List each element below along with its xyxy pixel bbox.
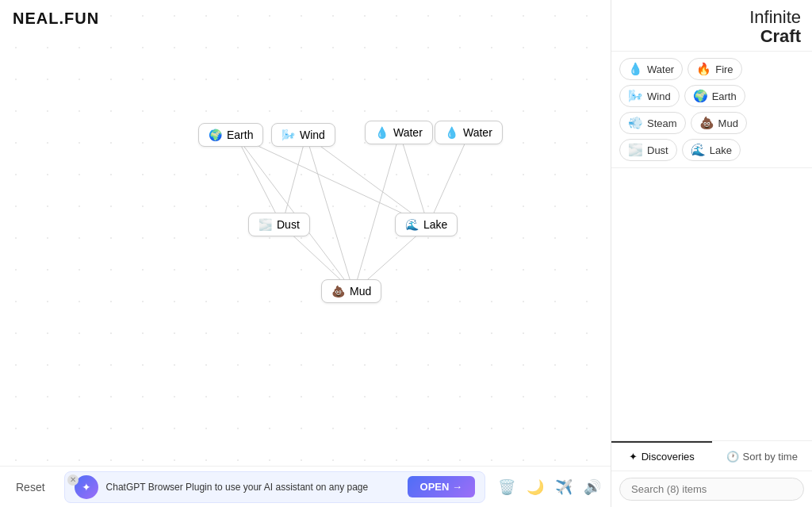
card-label: Dust <box>277 218 300 231</box>
sidebar-chip-fire[interactable]: 🔥Fire <box>688 58 741 80</box>
chip-label: Wind <box>647 90 671 102</box>
canvas-card-water2[interactable]: 💧Water <box>435 121 503 144</box>
card-label: Lake <box>423 218 447 231</box>
sidebar-chip-lake[interactable]: 🌊Lake <box>682 139 741 161</box>
chip-label: Water <box>647 63 674 75</box>
canvas-card-wind[interactable]: 🌬️Wind <box>271 123 335 147</box>
connection-lines <box>0 0 611 507</box>
ad-text: ChatGPT Browser Plugin to use your AI as… <box>106 482 400 493</box>
canvas-card-mud[interactable]: 💩Mud <box>321 279 381 303</box>
sidebar-chip-wind[interactable]: 🌬️Wind <box>619 85 680 107</box>
canvas-card-water1[interactable]: 💧Water <box>365 121 433 144</box>
clock-icon: 🕐 <box>726 451 739 463</box>
volume-icon[interactable]: 🔊 <box>584 478 601 496</box>
svg-line-10 <box>306 136 354 292</box>
sidebar-spacer <box>611 168 812 440</box>
craft-canvas[interactable]: NEAL.FUN 🌍Earth🌬️Wind💧Water💧Water🌫️Dust🌊… <box>0 0 611 507</box>
canvas-card-earth[interactable]: 🌍Earth <box>198 123 263 147</box>
sidebar-chip-mud[interactable]: 💩Mud <box>691 112 747 134</box>
bottom-icons: 🗑️ 🌙 ✈️ 🔊 <box>498 478 601 496</box>
chip-label: Earth <box>712 90 737 102</box>
chip-emoji: 💧 <box>628 62 643 76</box>
chip-label: Lake <box>710 144 732 156</box>
sidebar-header: Infinite Craft <box>611 0 812 52</box>
card-label: Water <box>393 126 423 139</box>
sidebar: Infinite Craft 💧Water🔥Fire🌬️Wind🌍Earth💨S… <box>611 0 812 507</box>
svg-line-3 <box>400 133 428 225</box>
chip-emoji: 🌬️ <box>628 89 643 103</box>
card-emoji: 💩 <box>331 285 345 298</box>
reset-button[interactable]: Reset <box>10 478 52 497</box>
card-emoji: 🌊 <box>405 218 419 231</box>
sidebar-tabs: ✦ Discoveries 🕐 Sort by time <box>611 440 812 471</box>
ad-close-button[interactable]: ✕ <box>67 474 79 486</box>
card-emoji: 🌬️ <box>282 129 295 141</box>
svg-line-4 <box>428 133 469 225</box>
canvas-card-lake[interactable]: 🌊Lake <box>395 213 458 236</box>
chips-area: 💧Water🔥Fire🌬️Wind🌍Earth💨Steam💩Mud🌫️Dust🌊… <box>611 52 812 168</box>
sidebar-chip-steam[interactable]: 💨Steam <box>619 112 686 134</box>
card-emoji: 🌫️ <box>259 218 272 231</box>
moon-icon[interactable]: 🌙 <box>527 478 544 496</box>
bottom-bar: Reset ✕ ✦ ChatGPT Browser Plugin to use … <box>0 466 611 507</box>
card-label: Wind <box>300 129 325 141</box>
sidebar-chip-dust[interactable]: 🌫️Dust <box>619 139 677 161</box>
chip-label: Mud <box>718 117 738 129</box>
card-label: Earth <box>227 129 253 141</box>
search-input[interactable] <box>619 478 804 501</box>
infinite-craft-logo: Infinite Craft <box>622 8 801 46</box>
chip-emoji: 🌍 <box>693 89 708 103</box>
sidebar-chip-earth[interactable]: 🌍Earth <box>684 85 745 107</box>
chip-emoji: 🌫️ <box>628 143 643 157</box>
chip-emoji: 🌊 <box>691 143 706 157</box>
discoveries-icon: ✦ <box>629 451 638 463</box>
site-logo: NEAL.FUN <box>13 10 99 28</box>
canvas-card-dust[interactable]: 🌫️Dust <box>248 213 310 236</box>
trash-icon[interactable]: 🗑️ <box>498 478 515 496</box>
chip-emoji: 💩 <box>699 116 714 130</box>
sort-tab[interactable]: 🕐 Sort by time <box>712 441 813 471</box>
share-icon[interactable]: ✈️ <box>555 478 573 496</box>
chip-emoji: 🔥 <box>696 62 711 76</box>
card-label: Water <box>463 126 492 139</box>
card-emoji: 💧 <box>375 126 389 139</box>
card-label: Mud <box>350 285 371 298</box>
search-bar <box>611 471 812 507</box>
chip-label: Dust <box>647 144 668 156</box>
ad-banner: ✕ ✦ ChatGPT Browser Plugin to use your A… <box>64 471 485 503</box>
card-emoji: 💧 <box>445 126 458 139</box>
svg-line-8 <box>354 133 400 292</box>
sidebar-chip-water[interactable]: 💧Water <box>619 58 683 80</box>
chip-label: Fire <box>715 63 733 75</box>
ad-open-button[interactable]: OPEN → <box>408 476 475 497</box>
chip-emoji: 💨 <box>628 116 643 130</box>
chip-label: Steam <box>647 117 677 129</box>
discoveries-tab[interactable]: ✦ Discoveries <box>611 441 712 471</box>
card-emoji: 🌍 <box>209 129 222 141</box>
